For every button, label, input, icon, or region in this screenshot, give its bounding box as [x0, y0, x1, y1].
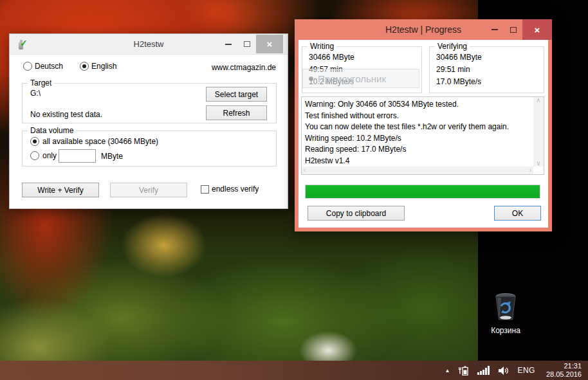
- all-space-option[interactable]: all available space (30466 MByte): [30, 137, 158, 146]
- result-log-text: Warning: Only 30466 of 30534 MByte teste…: [305, 99, 531, 167]
- verifying-duration: 29:51 min: [436, 64, 482, 76]
- speaker-icon[interactable]: [499, 366, 509, 375]
- radio-deutsch-label: Deutsch: [35, 62, 63, 71]
- recycle-bin-icon: [492, 291, 520, 321]
- log-line: Test finished without errors.: [305, 111, 531, 122]
- maximize-button[interactable]: [237, 35, 256, 53]
- writing-group-label: Writing: [308, 42, 336, 51]
- mbyte-unit-label: MByte: [101, 152, 123, 161]
- target-status-text: No existing test data.: [30, 110, 102, 119]
- website-link[interactable]: www.ctmagazin.de: [212, 63, 276, 72]
- log-line: Writing speed: 10.2 MByte/s: [305, 133, 531, 145]
- clock-date: 28.05.2016: [546, 370, 582, 379]
- network-signal-icon[interactable]: [477, 366, 490, 375]
- target-group-label: Target: [28, 78, 54, 87]
- tray-expand-icon[interactable]: ▲: [445, 368, 450, 374]
- recycle-bin[interactable]: Корзина: [488, 291, 524, 335]
- vertical-scrollbar[interactable]: ∧ ∨: [533, 97, 544, 167]
- verifying-size: 30466 MByte: [436, 51, 482, 64]
- verifying-groupbox: Verifying 30466 MByte 29:51 min 17.0 MBy…: [429, 46, 544, 93]
- progress-minimize-button[interactable]: [485, 19, 504, 40]
- taskbar[interactable]: ▲ ENG: [0, 361, 588, 380]
- endless-verify-checkbox[interactable]: [201, 185, 209, 194]
- h2testw-main-window: ✓ H2testw × Deutsch English www.ctmagaz: [9, 33, 288, 209]
- h2testw-progress-window: H2testw | Progress × Writing 30466 MByte…: [295, 19, 552, 231]
- ok-button[interactable]: OK: [494, 206, 541, 221]
- close-icon: ×: [267, 39, 273, 50]
- log-line: Reading speed: 17.0 MByte/s: [305, 144, 531, 156]
- minimize-button[interactable]: [219, 35, 237, 53]
- refresh-button[interactable]: Refresh: [206, 105, 267, 120]
- language-indicator[interactable]: ENG: [517, 366, 535, 375]
- minimize-icon: [225, 44, 232, 45]
- maximize-icon: [244, 41, 250, 47]
- radio-english-label: English: [91, 62, 116, 71]
- progress-bar-fill: [306, 185, 540, 198]
- scroll-left-icon[interactable]: ‹: [304, 167, 306, 174]
- language-option-deutsch[interactable]: Deutsch: [23, 62, 63, 71]
- main-title-bar[interactable]: ✓ H2testw ×: [10, 34, 288, 55]
- system-tray: ▲ ENG: [445, 362, 588, 379]
- scroll-right-icon[interactable]: ›: [529, 167, 531, 174]
- close-button[interactable]: ×: [256, 35, 283, 53]
- language-option-english[interactable]: English: [80, 62, 116, 71]
- desktop: Корзина ✓ H2testw × Deutsch: [0, 0, 588, 380]
- only-option[interactable]: only: [30, 151, 57, 160]
- main-window-client: Deutsch English www.ctmagazin.de Target …: [10, 55, 288, 208]
- minimize-icon: [492, 29, 498, 30]
- progress-bar: [305, 185, 540, 199]
- close-icon: ×: [535, 24, 540, 35]
- clock[interactable]: 21:31 28.05.2016: [544, 362, 582, 379]
- log-line: Warning: Only 30466 of 30534 MByte teste…: [305, 99, 531, 111]
- battery-plug-icon[interactable]: [458, 366, 469, 375]
- select-target-button[interactable]: Select target: [206, 87, 267, 102]
- progress-title-bar[interactable]: H2testw | Progress ×: [299, 19, 548, 40]
- writing-groupbox: Writing 30466 MByte 49:57 min 10.2 MByte…: [302, 46, 422, 93]
- radio-only[interactable]: [30, 151, 39, 160]
- progress-maximize-button[interactable]: [504, 19, 522, 40]
- endless-verify-label: endless verify: [212, 185, 259, 194]
- horizontal-scrollbar[interactable]: ‹ ›: [302, 167, 533, 174]
- log-line: You can now delete the test files *.h2w …: [305, 122, 531, 133]
- endless-verify-option[interactable]: endless verify: [201, 185, 259, 194]
- recycle-bin-label: Корзина: [488, 326, 524, 335]
- writing-size: 30466 MByte: [309, 51, 354, 64]
- scroll-down-icon[interactable]: ∨: [536, 160, 540, 167]
- log-line: H2testw v1.4: [305, 156, 531, 167]
- target-groupbox: Target G:\ No existing test data. Select…: [22, 83, 277, 123]
- writing-speed: 10.2 MByte/s: [309, 76, 354, 88]
- result-log-box[interactable]: Warning: Only 30466 of 30534 MByte teste…: [301, 96, 544, 175]
- radio-all-space[interactable]: [30, 137, 39, 146]
- writing-duration: 49:57 min: [309, 64, 354, 76]
- scroll-up-icon[interactable]: ∧: [536, 97, 540, 104]
- data-volume-groupbox: Data volume all available space (30466 M…: [22, 131, 277, 167]
- maximize-icon: [510, 27, 517, 33]
- clock-time: 21:31: [546, 362, 582, 370]
- target-drive-path: G:\: [30, 89, 41, 98]
- verifying-group-label: Verifying: [435, 42, 470, 51]
- all-space-label: all available space (30466 MByte): [42, 137, 158, 146]
- copy-to-clipboard-button[interactable]: Copy to clipboard: [308, 206, 405, 221]
- radio-english[interactable]: [80, 62, 89, 71]
- progress-window-client: Writing 30466 MByte 49:57 min 10.2 MByte…: [299, 40, 548, 228]
- progress-close-button[interactable]: ×: [522, 19, 552, 40]
- only-label: only: [42, 151, 57, 160]
- data-volume-group-label: Data volume: [28, 126, 76, 135]
- only-mbyte-input[interactable]: [59, 149, 96, 163]
- write-verify-button[interactable]: Write + Verify: [22, 183, 99, 197]
- radio-deutsch[interactable]: [23, 62, 32, 71]
- verify-button[interactable]: Verify: [110, 183, 187, 197]
- verifying-speed: 17.0 MByte/s: [436, 76, 482, 88]
